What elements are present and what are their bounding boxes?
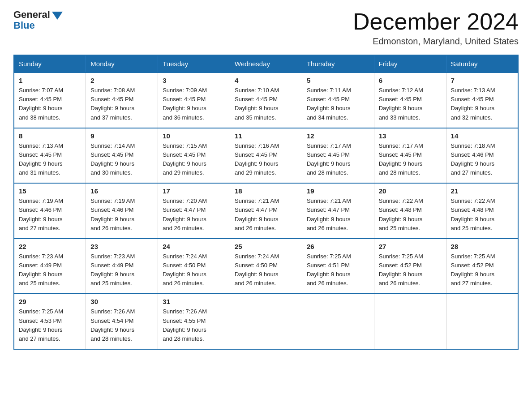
day-info: Sunrise: 7:11 AMSunset: 4:45 PMDaylight:… (307, 86, 369, 122)
day-info: Sunrise: 7:13 AMSunset: 4:45 PMDaylight:… (19, 141, 81, 178)
day-info: Sunrise: 7:24 AMSunset: 4:50 PMDaylight:… (163, 252, 225, 288)
day-info: Sunrise: 7:25 AMSunset: 4:53 PMDaylight:… (19, 307, 81, 343)
calendar-cell: 7 Sunrise: 7:13 AMSunset: 4:45 PMDayligh… (446, 73, 518, 128)
calendar-week-4: 22 Sunrise: 7:23 AMSunset: 4:49 PMDaylig… (14, 239, 518, 294)
calendar-cell: 28 Sunrise: 7:25 AMSunset: 4:52 PMDaylig… (446, 239, 518, 294)
weekday-header-wednesday: Wednesday (230, 55, 302, 73)
calendar-cell: 9 Sunrise: 7:14 AMSunset: 4:45 PMDayligh… (86, 128, 158, 184)
calendar-cell: 31 Sunrise: 7:26 AMSunset: 4:55 PMDaylig… (158, 294, 230, 349)
day-info: Sunrise: 7:17 AMSunset: 4:45 PMDaylight:… (307, 141, 369, 178)
day-info: Sunrise: 7:25 AMSunset: 4:51 PMDaylight:… (307, 252, 369, 288)
day-number: 28 (451, 243, 513, 250)
day-number: 7 (451, 77, 513, 84)
day-number: 30 (90, 298, 153, 305)
calendar-cell: 25 Sunrise: 7:24 AMSunset: 4:50 PMDaylig… (230, 239, 302, 294)
day-number: 14 (451, 132, 513, 140)
day-number: 9 (90, 132, 153, 140)
day-info: Sunrise: 7:08 AMSunset: 4:45 PMDaylight:… (90, 86, 153, 122)
day-number: 4 (235, 77, 297, 84)
day-number: 16 (90, 187, 153, 195)
day-number: 10 (163, 132, 225, 140)
calendar-cell: 30 Sunrise: 7:26 AMSunset: 4:54 PMDaylig… (86, 294, 158, 349)
calendar-cell: 21 Sunrise: 7:22 AMSunset: 4:48 PMDaylig… (446, 183, 518, 239)
day-info: Sunrise: 7:22 AMSunset: 4:48 PMDaylight:… (451, 197, 513, 233)
weekday-header-saturday: Saturday (446, 55, 518, 73)
day-info: Sunrise: 7:07 AMSunset: 4:45 PMDaylight:… (19, 86, 81, 122)
day-number: 27 (379, 243, 442, 250)
calendar-cell: 1 Sunrise: 7:07 AMSunset: 4:45 PMDayligh… (14, 73, 86, 128)
day-info: Sunrise: 7:19 AMSunset: 4:46 PMDaylight:… (90, 197, 153, 233)
day-number: 21 (451, 187, 513, 195)
calendar-cell: 19 Sunrise: 7:21 AMSunset: 4:47 PMDaylig… (302, 183, 374, 239)
calendar-cell: 16 Sunrise: 7:19 AMSunset: 4:46 PMDaylig… (86, 183, 158, 239)
day-info: Sunrise: 7:16 AMSunset: 4:45 PMDaylight:… (235, 141, 297, 178)
day-info: Sunrise: 7:22 AMSunset: 4:48 PMDaylight:… (379, 197, 442, 233)
day-info: Sunrise: 7:23 AMSunset: 4:49 PMDaylight:… (19, 252, 81, 288)
weekday-header-thursday: Thursday (302, 55, 374, 73)
day-number: 1 (19, 77, 81, 84)
calendar-cell: 12 Sunrise: 7:17 AMSunset: 4:45 PMDaylig… (302, 128, 374, 184)
day-info: Sunrise: 7:25 AMSunset: 4:52 PMDaylight:… (379, 252, 442, 288)
day-number: 19 (307, 187, 369, 195)
day-number: 23 (90, 243, 153, 250)
day-number: 2 (90, 77, 153, 84)
calendar-header-row: SundayMondayTuesdayWednesdayThursdayFrid… (14, 55, 518, 73)
day-number: 17 (163, 187, 225, 195)
calendar-cell: 2 Sunrise: 7:08 AMSunset: 4:45 PMDayligh… (86, 73, 158, 128)
calendar-cell (374, 294, 446, 349)
calendar-cell (230, 294, 302, 349)
day-info: Sunrise: 7:23 AMSunset: 4:49 PMDaylight:… (90, 252, 153, 288)
day-info: Sunrise: 7:10 AMSunset: 4:45 PMDaylight:… (235, 86, 297, 122)
calendar-cell: 15 Sunrise: 7:19 AMSunset: 4:46 PMDaylig… (14, 183, 86, 239)
logo-arrow-icon (52, 12, 63, 20)
day-info: Sunrise: 7:24 AMSunset: 4:50 PMDaylight:… (235, 252, 297, 288)
day-info: Sunrise: 7:21 AMSunset: 4:47 PMDaylight:… (307, 197, 369, 233)
logo: General Blue (13, 9, 63, 31)
day-info: Sunrise: 7:09 AMSunset: 4:45 PMDaylight:… (163, 86, 225, 122)
day-number: 6 (379, 77, 442, 84)
day-number: 12 (307, 132, 369, 140)
day-info: Sunrise: 7:13 AMSunset: 4:45 PMDaylight:… (451, 86, 513, 122)
calendar-cell: 18 Sunrise: 7:21 AMSunset: 4:47 PMDaylig… (230, 183, 302, 239)
day-number: 20 (379, 187, 442, 195)
calendar-cell: 29 Sunrise: 7:25 AMSunset: 4:53 PMDaylig… (14, 294, 86, 349)
day-info: Sunrise: 7:19 AMSunset: 4:46 PMDaylight:… (19, 197, 81, 233)
day-number: 11 (235, 132, 297, 140)
day-info: Sunrise: 7:17 AMSunset: 4:45 PMDaylight:… (379, 141, 442, 178)
day-number: 25 (235, 243, 297, 250)
logo-general-text: General (13, 9, 50, 21)
title-block: December 2024 Edmonston, Maryland, Unite… (353, 9, 519, 47)
calendar-cell: 22 Sunrise: 7:23 AMSunset: 4:49 PMDaylig… (14, 239, 86, 294)
calendar-cell (302, 294, 374, 349)
calendar-cell: 13 Sunrise: 7:17 AMSunset: 4:45 PMDaylig… (374, 128, 446, 184)
calendar-cell: 4 Sunrise: 7:10 AMSunset: 4:45 PMDayligh… (230, 73, 302, 128)
calendar-week-5: 29 Sunrise: 7:25 AMSunset: 4:53 PMDaylig… (14, 294, 518, 349)
day-info: Sunrise: 7:25 AMSunset: 4:52 PMDaylight:… (451, 252, 513, 288)
calendar-cell: 10 Sunrise: 7:15 AMSunset: 4:45 PMDaylig… (158, 128, 230, 184)
calendar-cell: 8 Sunrise: 7:13 AMSunset: 4:45 PMDayligh… (14, 128, 86, 184)
day-number: 8 (19, 132, 81, 140)
day-number: 18 (235, 187, 297, 195)
day-info: Sunrise: 7:26 AMSunset: 4:55 PMDaylight:… (163, 307, 225, 343)
calendar-cell: 17 Sunrise: 7:20 AMSunset: 4:47 PMDaylig… (158, 183, 230, 239)
calendar-cell: 11 Sunrise: 7:16 AMSunset: 4:45 PMDaylig… (230, 128, 302, 184)
weekday-header-sunday: Sunday (14, 55, 86, 73)
day-info: Sunrise: 7:20 AMSunset: 4:47 PMDaylight:… (163, 197, 225, 233)
calendar-week-2: 8 Sunrise: 7:13 AMSunset: 4:45 PMDayligh… (14, 128, 518, 184)
weekday-header-friday: Friday (374, 55, 446, 73)
day-number: 13 (379, 132, 442, 140)
calendar-cell: 20 Sunrise: 7:22 AMSunset: 4:48 PMDaylig… (374, 183, 446, 239)
day-info: Sunrise: 7:21 AMSunset: 4:47 PMDaylight:… (235, 197, 297, 233)
calendar-cell (446, 294, 518, 349)
calendar-week-1: 1 Sunrise: 7:07 AMSunset: 4:45 PMDayligh… (14, 73, 518, 128)
calendar-cell: 5 Sunrise: 7:11 AMSunset: 4:45 PMDayligh… (302, 73, 374, 128)
weekday-header-monday: Monday (86, 55, 158, 73)
calendar-table: SundayMondayTuesdayWednesdayThursdayFrid… (13, 55, 519, 350)
month-title: December 2024 (353, 9, 519, 34)
day-info: Sunrise: 7:15 AMSunset: 4:45 PMDaylight:… (163, 141, 225, 178)
calendar-cell: 27 Sunrise: 7:25 AMSunset: 4:52 PMDaylig… (374, 239, 446, 294)
day-number: 26 (307, 243, 369, 250)
calendar-cell: 14 Sunrise: 7:18 AMSunset: 4:46 PMDaylig… (446, 128, 518, 184)
day-number: 5 (307, 77, 369, 84)
calendar-cell: 23 Sunrise: 7:23 AMSunset: 4:49 PMDaylig… (86, 239, 158, 294)
